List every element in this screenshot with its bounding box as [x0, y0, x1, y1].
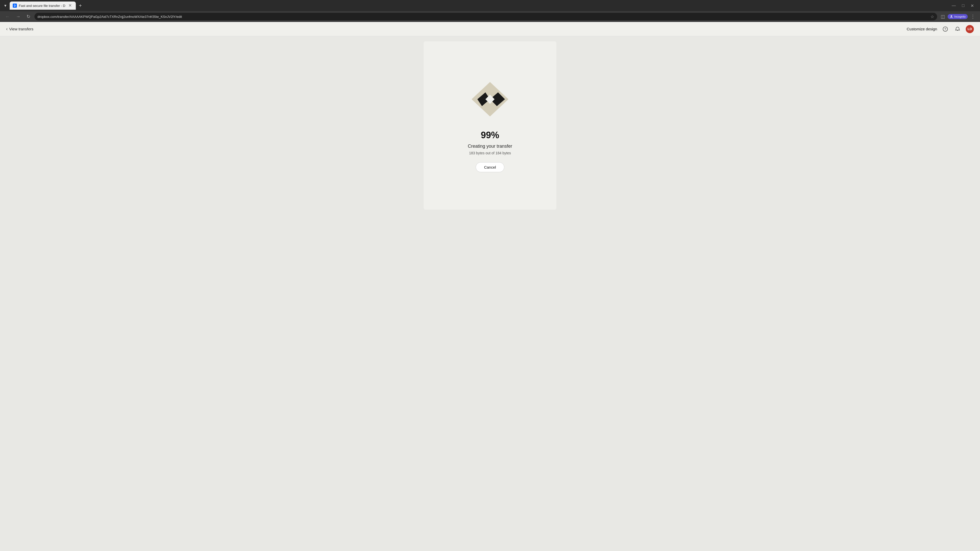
view-transfers-label: View transfers [9, 27, 33, 31]
active-tab[interactable]: D Fast and secure file transfer - D ✕ [10, 2, 76, 10]
incognito-icon [950, 15, 953, 18]
svg-text:?: ? [945, 27, 946, 31]
view-transfers-link[interactable]: ‹ View transfers [6, 26, 33, 32]
split-view-btn[interactable]: ◫ [939, 13, 947, 21]
restore-window-btn[interactable]: □ [960, 2, 966, 9]
close-window-btn[interactable]: ✕ [969, 2, 976, 9]
tab-title-text: Fast and secure file transfer - D [19, 4, 65, 8]
incognito-badge[interactable]: Incognito [948, 14, 968, 19]
help-icon-btn[interactable]: ? [941, 25, 950, 33]
tab-close-btn[interactable]: ✕ [67, 3, 73, 8]
back-nav-btn[interactable]: ← [3, 13, 12, 21]
reload-nav-btn[interactable]: ↻ [24, 13, 32, 21]
forward-nav-btn[interactable]: → [14, 13, 22, 21]
progress-label-text: Creating your transfer [468, 144, 512, 149]
help-icon: ? [943, 27, 948, 32]
bookmark-icon[interactable]: ☆ [931, 14, 934, 19]
browser-toolbar: ← → ↻ dropbox.com/transfer/AAAAAKPWQPaGp… [0, 11, 980, 22]
svg-point-2 [951, 15, 952, 17]
dropbox-logo-icon [467, 79, 513, 120]
address-bar[interactable]: dropbox.com/transfer/AAAAAKPWQPaGp2Aid7c… [35, 13, 937, 21]
transfer-progress-card: 99% Creating your transfer 183 bytes out… [424, 41, 556, 210]
address-url-text: dropbox.com/transfer/AAAAAKPWQPaGp2Aid7c… [38, 15, 928, 19]
header-right: Customize design ? LD [907, 25, 974, 33]
bell-icon [955, 27, 960, 32]
progress-percent-text: 99% [481, 130, 499, 141]
tab-favicon: D [13, 3, 17, 8]
logo-area [465, 79, 515, 120]
notification-icon-btn[interactable] [953, 25, 962, 33]
back-chevron-icon: ‹ [6, 26, 8, 32]
user-avatar-btn[interactable]: LD [966, 25, 974, 33]
minimize-window-btn[interactable]: — [950, 2, 958, 9]
new-tab-button[interactable]: + [77, 2, 84, 10]
tab-dropdown-btn[interactable]: ▼ [2, 3, 9, 9]
cancel-transfer-btn[interactable]: Cancel [476, 162, 504, 172]
header-left: ‹ View transfers [6, 26, 33, 32]
main-content: 99% Creating your transfer 183 bytes out… [0, 36, 980, 551]
svg-text:D: D [14, 4, 16, 7]
customize-design-btn[interactable]: Customize design [907, 27, 937, 31]
incognito-label: Incognito [954, 15, 966, 18]
browser-more-btn[interactable]: ⋮ [969, 13, 977, 20]
app-header: ‹ View transfers Customize design ? LD [0, 22, 980, 36]
browser-tab-bar: ▼ D Fast and secure file transfer - D ✕ … [0, 0, 980, 11]
progress-bytes-text: 183 bytes out of 184 bytes [469, 151, 511, 155]
